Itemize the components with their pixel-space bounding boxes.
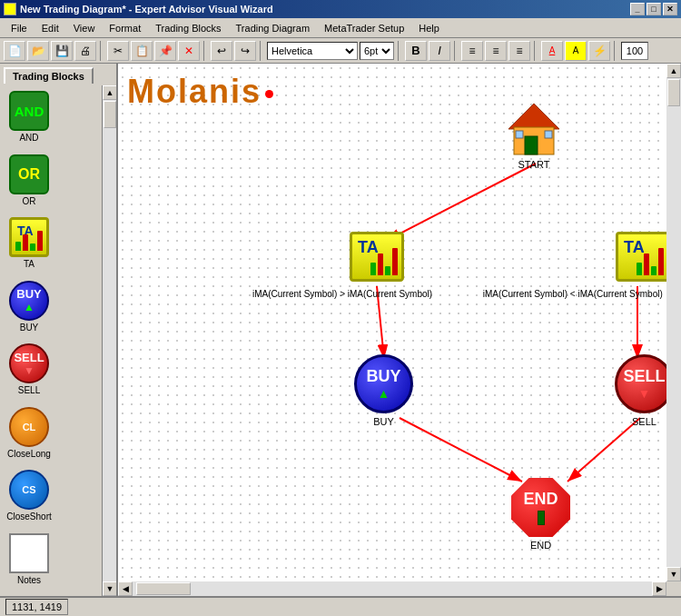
delete-button[interactable]: ✕ [178, 41, 200, 61]
logo: Molanis [127, 73, 273, 111]
menu-edit[interactable]: Edit [35, 21, 66, 35]
buy-sidebar-icon: BUY ▲ [9, 281, 49, 321]
status-bar: 1131, 1419 [0, 596, 681, 616]
sidebar-item-sell[interactable]: SELL ▼ SELL [4, 342, 54, 403]
vscroll-up[interactable]: ▲ [666, 64, 681, 78]
menu-bar: File Edit View Format Trading Blocks Tra… [0, 18, 681, 38]
start-node[interactable]: START [507, 102, 561, 170]
bold-button[interactable]: B [405, 41, 427, 61]
sidebar-item-closeshort[interactable]: CS CloseShort [4, 468, 54, 530]
redo-button[interactable]: ↪ [234, 41, 256, 61]
sidebar-item-ta[interactable]: TA TA [4, 215, 54, 277]
sidebar-item-and[interactable]: AND AND [4, 89, 54, 151]
buy-node-text: BUY [366, 367, 400, 386]
ta2-icon: TA [616, 232, 670, 282]
new-button[interactable]: 📄 [4, 41, 25, 61]
hscroll-track [133, 581, 652, 596]
canvas-area: Molanis [118, 64, 681, 596]
svg-line-4 [568, 418, 640, 482]
start-label: START [518, 159, 549, 170]
sidebar-scroll-track [103, 100, 116, 581]
buy-node-label: BUY [373, 416, 394, 427]
sidebar-item-or[interactable]: OR OR [4, 153, 54, 214]
font-selector[interactable]: Helvetica [267, 42, 358, 60]
hscroll-thumb[interactable] [136, 582, 191, 595]
minimize-button[interactable]: _ [630, 3, 645, 15]
menu-file[interactable]: File [4, 21, 35, 35]
hscroll-left[interactable]: ◀ [118, 581, 133, 596]
open-button[interactable]: 📂 [27, 41, 49, 61]
maximize-button[interactable]: □ [646, 3, 661, 15]
title-bar: New Trading Diagram* - Expert Advisor Vi… [0, 0, 681, 18]
ta2-node[interactable]: TA [616, 232, 670, 282]
arrows-svg [118, 64, 666, 581]
window-controls: _ □ ✕ [630, 3, 677, 15]
sidebar-item-closelong[interactable]: CL CloseLong [4, 405, 54, 467]
notes-sidebar-icon [9, 533, 49, 573]
sidebar-scroll-up[interactable]: ▲ [103, 85, 116, 100]
copy-button[interactable]: 📋 [131, 41, 153, 61]
end-bar [538, 511, 545, 525]
canvas-vscroll[interactable]: ▲ ▼ [666, 64, 681, 581]
sidebar-tab-trading-blocks[interactable]: Trading Blocks [4, 67, 94, 84]
hscroll-right[interactable]: ▶ [652, 581, 666, 596]
print-button[interactable]: 🖨 [74, 41, 96, 61]
paste-button[interactable]: 📌 [154, 41, 176, 61]
app-icon [4, 3, 16, 15]
vscroll-track [666, 78, 681, 567]
sep2 [203, 41, 207, 61]
sell-node-text: SELL [623, 367, 665, 386]
sidebar-scroll-down[interactable]: ▼ [103, 581, 116, 596]
ta1-node[interactable]: TA [350, 232, 404, 282]
sell-node-label: SELL [632, 416, 656, 427]
coordinates-text: 1131, 1419 [12, 601, 62, 612]
buy-node[interactable]: BUY ▲ BUY [354, 354, 413, 427]
ta1-icon: TA [350, 232, 404, 282]
sell-sidebar-label: SELL [18, 385, 40, 395]
italic-button[interactable]: I [429, 41, 450, 61]
canvas-content[interactable]: Molanis [118, 64, 666, 581]
vscroll-thumb[interactable] [667, 79, 680, 106]
logo-dot [265, 90, 273, 98]
end-node[interactable]: END END [511, 478, 570, 551]
menu-format[interactable]: Format [102, 21, 148, 35]
svg-rect-8 [525, 136, 538, 154]
align-left-button[interactable]: ≡ [461, 41, 483, 61]
svg-rect-9 [516, 131, 523, 138]
cut-button[interactable]: ✂ [107, 41, 129, 61]
svg-line-0 [386, 164, 536, 241]
sell-node[interactable]: SELL ▼ SELL [615, 354, 674, 427]
closeshort-sidebar-icon: CS [9, 470, 49, 510]
or-label: OR [23, 196, 36, 206]
menu-metatrader-setup[interactable]: MetaTrader Setup [317, 21, 411, 35]
font-color-button[interactable]: A [541, 41, 563, 61]
closelong-label: CloseLong [7, 449, 51, 459]
undo-button[interactable]: ↩ [211, 41, 232, 61]
menu-view[interactable]: View [66, 21, 103, 35]
end-icon: END [511, 478, 570, 537]
sidebar-scrollbar[interactable]: ▲ ▼ [102, 85, 116, 596]
align-center-button[interactable]: ≡ [485, 41, 507, 61]
zoom-display: 100 [621, 42, 648, 60]
sidebar-scroll-thumb[interactable] [104, 101, 116, 128]
svg-rect-10 [545, 131, 552, 138]
save-button[interactable]: 💾 [51, 41, 73, 61]
size-selector[interactable]: 6pt [360, 42, 394, 60]
closeshort-label: CloseShort [6, 512, 51, 522]
highlight-button[interactable]: A [565, 41, 587, 61]
close-button[interactable]: ✕ [663, 3, 677, 15]
and-label: AND [19, 133, 38, 143]
sidebar-item-notes[interactable]: Notes [4, 532, 54, 593]
sep6 [534, 41, 538, 61]
menu-trading-diagram[interactable]: Trading Diagram [229, 21, 318, 35]
sidebar-item-buy[interactable]: BUY ▲ BUY [4, 279, 54, 341]
extra-button[interactable]: ⚡ [588, 41, 610, 61]
vscroll-down[interactable]: ▼ [666, 567, 681, 581]
menu-trading-blocks[interactable]: Trading Blocks [148, 21, 228, 35]
menu-help[interactable]: Help [411, 21, 447, 35]
canvas-hscroll[interactable]: ◀ ▶ [118, 581, 666, 596]
condition-text: iMA(Current Symbol) > iMA(Current Symbol… [252, 289, 663, 299]
align-right-button[interactable]: ≡ [508, 41, 530, 61]
or-icon: OR [9, 154, 49, 194]
main-layout: Trading Blocks AND AND OR OR [0, 64, 681, 596]
